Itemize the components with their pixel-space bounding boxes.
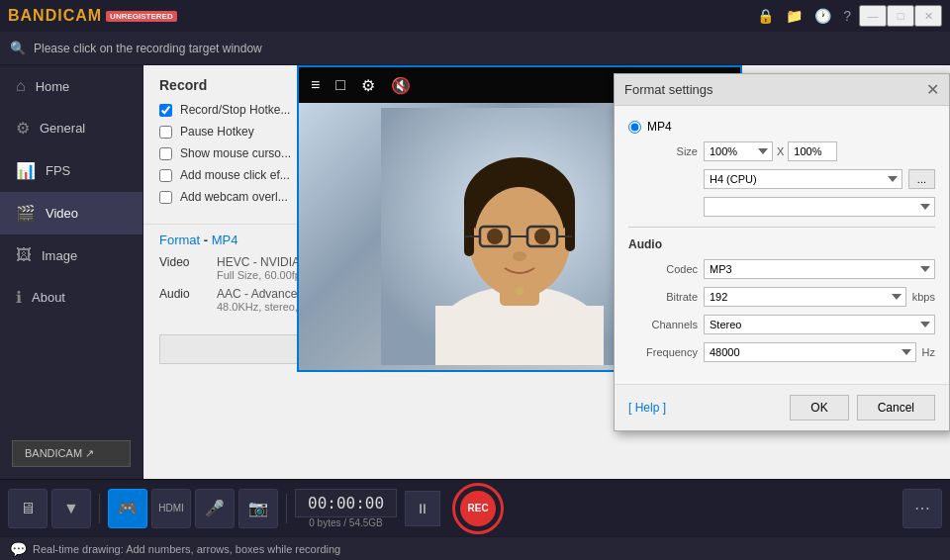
bitrate-select[interactable]: 192 <box>704 287 906 307</box>
audio-codec-select[interactable]: MP3 <box>704 259 935 279</box>
rec-inner: REC <box>460 491 496 526</box>
frequency-select[interactable]: 48000 <box>704 342 916 362</box>
sidebar-item-fps[interactable]: 📊 FPS <box>0 149 142 192</box>
webcam-rect-icon[interactable]: □ <box>332 74 349 96</box>
checkbox-webcam-label: Add webcam overl... <box>180 190 288 204</box>
extra-select[interactable] <box>704 197 935 217</box>
bitrate-row: Bitrate 192 kbps <box>628 287 935 307</box>
bitrate-unit: kbps <box>912 291 935 303</box>
extra-row <box>628 197 935 217</box>
svg-point-15 <box>534 229 550 244</box>
app-window: BANDICAM UNREGISTERED 🔒 📁 🕐 ? — □ ✕ 🔍 Pl… <box>0 0 950 560</box>
sidebar-label-image: Image <box>42 248 77 263</box>
webcam-menu-icon[interactable]: ≡ <box>307 74 324 96</box>
webcam-mute-icon[interactable]: 🔇 <box>387 74 415 97</box>
gamepad-button[interactable]: 🎮 <box>108 489 147 528</box>
audio-section-title: Audio <box>628 237 935 251</box>
channels-row: Channels Stereo <box>628 315 935 334</box>
format-type: MP4 <box>212 233 238 247</box>
home-icon: ⌂ <box>16 77 26 95</box>
dialog-title: Format settings <box>624 82 713 97</box>
mp4-radio[interactable] <box>628 121 641 134</box>
unregistered-badge: UNREGISTERED <box>106 11 177 22</box>
dialog-close-button[interactable]: ✕ <box>926 80 939 99</box>
webcam-button[interactable]: 📷 <box>238 489 278 528</box>
folder-icon[interactable]: 📁 <box>786 8 803 24</box>
sidebar-item-general[interactable]: ⚙ General <box>0 107 142 149</box>
svg-rect-7 <box>565 197 575 251</box>
toolbar-separator-2 <box>286 494 287 523</box>
checkbox-record-hotkey-input[interactable] <box>159 104 172 117</box>
clock-icon[interactable]: 🕐 <box>814 8 831 24</box>
size-select1[interactable]: 100% <box>704 141 773 161</box>
checkbox-mouse-click-input[interactable] <box>159 169 172 182</box>
sidebar-label-about: About <box>32 290 65 305</box>
logo: BANDICAM UNREGISTERED <box>8 7 177 25</box>
search-placeholder: Please click on the recording target win… <box>34 42 262 55</box>
size-x-label: X <box>777 145 784 157</box>
sidebar-label-general: General <box>40 121 85 136</box>
hdmi-button[interactable]: HDMI <box>151 489 191 528</box>
codec-extra-button[interactable]: ... <box>908 169 935 189</box>
lock-icon[interactable]: 🔒 <box>757 8 774 24</box>
checkbox-pause-hotkey-label: Pause Hotkey <box>180 125 254 139</box>
mic-button[interactable]: 🎤 <box>195 489 235 528</box>
help-link[interactable]: [ Help ] <box>628 401 666 415</box>
dialog-content: MP4 Size 100% X <box>615 106 949 384</box>
bandicam-logo-button[interactable]: BANDICAM ↗ <box>12 440 131 467</box>
sidebar-label-video: Video <box>46 206 78 221</box>
frequency-row: Frequency 48000 Hz <box>628 342 935 362</box>
storage-value: 0 bytes / 54.5GB <box>309 517 383 528</box>
sidebar-item-about[interactable]: ℹ About <box>0 276 142 319</box>
dialog-footer: [ Help ] OK Cancel <box>615 384 949 430</box>
help-icon[interactable]: ? <box>843 8 851 24</box>
video-label: Video <box>159 255 209 281</box>
image-icon: 🖼 <box>16 246 32 264</box>
checkbox-pause-hotkey-input[interactable] <box>159 126 172 139</box>
webcam-settings-icon[interactable]: ⚙ <box>357 74 379 97</box>
size-inputs: 100% X <box>704 141 837 161</box>
sidebar-item-video[interactable]: 🎬 Video <box>0 192 142 234</box>
pause-button[interactable]: ⏸ <box>405 491 440 526</box>
rec-record-button[interactable]: REC <box>452 483 504 534</box>
sidebar-item-home[interactable]: ⌂ Home <box>0 65 142 107</box>
channels-select[interactable]: Stereo <box>704 315 935 334</box>
sidebar: ⌂ Home ⚙ General 📊 FPS 🎬 Video 🖼 Image ℹ <box>0 65 143 479</box>
mp4-label: MP4 <box>647 120 672 134</box>
checkbox-show-mouse-input[interactable] <box>159 147 172 160</box>
dialog-divider <box>628 227 935 228</box>
mp4-radio-row: MP4 <box>628 120 935 134</box>
ok-button[interactable]: OK <box>790 395 848 420</box>
capture-area-button[interactable]: ▼ <box>51 489 91 528</box>
status-bar: 💬 Real-time drawing: Add numbers, arrows… <box>0 536 950 560</box>
sidebar-item-image[interactable]: 🖼 Image <box>0 234 142 276</box>
size-input2[interactable] <box>788 141 837 161</box>
dialog-title-bar: Format settings ✕ <box>615 74 949 106</box>
audio-label: Audio <box>159 287 209 313</box>
cancel-button[interactable]: Cancel <box>857 395 935 420</box>
checkbox-webcam-input[interactable] <box>159 191 172 204</box>
frequency-label: Frequency <box>628 346 698 358</box>
toolbar-separator-1 <box>99 494 100 523</box>
dialog-buttons: OK Cancel <box>790 395 935 420</box>
svg-point-8 <box>474 187 565 296</box>
info-icon: ℹ <box>16 288 22 307</box>
window-controls: — □ ✕ <box>859 5 942 27</box>
title-bar: BANDICAM UNREGISTERED 🔒 📁 🕐 ? — □ ✕ <box>0 0 950 32</box>
gear-icon: ⚙ <box>16 119 30 138</box>
size-label: Size <box>628 145 698 157</box>
search-icon: 🔍 <box>10 41 26 55</box>
minimize-button[interactable]: — <box>859 5 887 27</box>
video-icon: 🎬 <box>16 204 36 223</box>
chat-icon: 💬 <box>10 541 27 557</box>
svg-point-14 <box>487 229 503 244</box>
codec-select[interactable]: H4 (CPU) <box>704 169 902 189</box>
timer-display: 00:00:00 0 bytes / 54.5GB <box>295 489 397 528</box>
maximize-button[interactable]: □ <box>887 5 914 27</box>
capture-mode-button[interactable]: 🖥 <box>8 489 48 528</box>
close-button[interactable]: ✕ <box>914 5 942 27</box>
size-row: Size 100% X <box>628 141 935 161</box>
checkbox-record-hotkey-label: Record/Stop Hotke... <box>180 103 290 117</box>
extra-button[interactable]: ⋯ <box>902 489 942 528</box>
svg-point-17 <box>516 287 523 295</box>
